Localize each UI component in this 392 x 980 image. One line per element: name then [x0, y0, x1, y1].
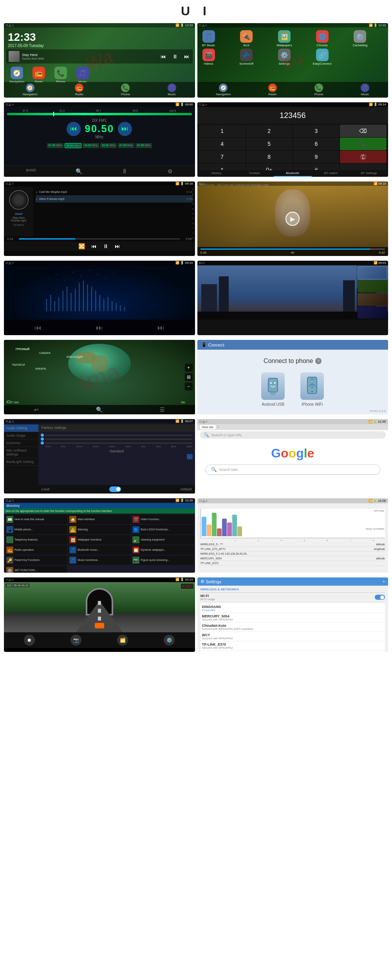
wifi-network-2[interactable]: TP-LINK_E70_APT1 longitude	[201, 547, 385, 552]
wifi-net-6[interactable]: TP-LINK_A31730	[202, 651, 384, 652]
map-back-icon[interactable]: ↩	[34, 407, 39, 413]
wall-thumb-2[interactable]	[358, 280, 387, 293]
play-pause-icon[interactable]: ⏸	[103, 243, 108, 249]
video-seek-bar[interactable]	[201, 249, 385, 250]
radio-bottom[interactable]: 📻 Radio	[75, 83, 83, 96]
key-9[interactable]: 9	[293, 151, 340, 163]
music-bottom-apps[interactable]: 🎵 Music	[361, 83, 369, 96]
dir-item-bootlogo[interactable]: 🔵 Boot LOGO functional...	[131, 525, 193, 534]
station-preset-2[interactable]: 90.50 MHz	[65, 143, 82, 148]
dir-item-radio-op[interactable]: 📻 Radio operation	[5, 545, 67, 555]
eq-track-1[interactable]	[45, 435, 193, 436]
help-icon[interactable]: ?	[315, 358, 322, 364]
menu-common[interactable]: Common	[4, 439, 38, 447]
app-item-phone[interactable]: 📞 Phone	[51, 67, 70, 83]
wall-thumb-1[interactable]	[358, 266, 387, 279]
android-usb-option[interactable]: Android USB	[261, 372, 285, 407]
radio-eq-icon[interactable]: 🎚	[122, 168, 128, 174]
key-hangup[interactable]: 📵	[340, 151, 387, 163]
phone-bottom-apps[interactable]: 📞 Phone	[314, 83, 323, 96]
next-track-icon[interactable]: ⏭	[115, 243, 120, 249]
station-preset-4[interactable]: 90.50 MHz	[100, 143, 117, 148]
key-backspace[interactable]: ⌫	[340, 125, 387, 137]
track-1[interactable]: ♪ Call Me Maybe.mp3 3:13	[36, 189, 193, 196]
dir-item-wallpaper-func[interactable]: 🖼️ Wallpaper functions	[68, 535, 130, 544]
music-bottom[interactable]: 🎵 Music	[168, 83, 176, 96]
next-station-btn[interactable]: ⏭	[118, 122, 132, 136]
key-3[interactable]: 3	[293, 125, 340, 137]
wifi-net-4[interactable]: WCY Secured with WPA/WPA2	[202, 632, 384, 641]
zoom-in-btn[interactable]: +	[185, 364, 193, 372]
iphone-wifi-option[interactable]: iPhone WiFi	[300, 372, 324, 407]
key-5[interactable]: 5	[246, 138, 293, 150]
default-btn[interactable]: Default	[181, 487, 192, 491]
key-1[interactable]: 1	[199, 125, 246, 137]
nav-bottom[interactable]: 🧭 Navigation	[23, 83, 38, 96]
station-preset-3[interactable]: 94.50 MHz	[83, 143, 99, 148]
dir-item-bt-music[interactable]: 🎵 Bluetooth music...	[68, 545, 130, 555]
wifi-main-item[interactable]: Wi-Fi Wi-Fi usage	[201, 593, 385, 602]
shuffle-icon[interactable]: 🔀	[78, 243, 85, 249]
wifi-network-4[interactable]: MERCURY_5054 altitude	[201, 556, 385, 561]
music-progress-bar[interactable]	[19, 238, 180, 240]
radio-bottom-apps[interactable]: 📻 Radio	[268, 83, 277, 96]
loud-toggle[interactable]	[109, 486, 121, 492]
phone-bottom[interactable]: 📞 Phone	[121, 83, 130, 96]
dir-item-telephony[interactable]: 📞 Telephony features	[5, 535, 67, 544]
google-search-bar[interactable]: 🔍 Search tabs	[205, 465, 381, 475]
station-preset-6[interactable]: 87.58 MHz	[135, 143, 152, 148]
key-7[interactable]: 7	[199, 151, 246, 163]
wifi-net-3[interactable]: ChinaNet-Kute Secured with WPA/WPA2 (WPS…	[202, 622, 384, 632]
dash-settings-btn[interactable]: ⚙️	[164, 635, 175, 646]
app-item[interactable]: 🧭 Navigation	[7, 67, 27, 83]
dir-item-warning[interactable]: ⚠️ Warning	[68, 525, 130, 534]
app-carsetting[interactable]: ⚙️ CarSetting	[350, 30, 370, 47]
map-search-icon[interactable]: 🔍	[96, 407, 103, 413]
zoom-grid-btn[interactable]: ⊞	[185, 373, 193, 381]
wifi-network-1[interactable]: WIRELESS_5...*** latitude	[201, 542, 385, 547]
dir-item-video[interactable]: 🎬 Video Function...	[131, 515, 193, 524]
app-aux[interactable]: 🔌 AUX	[237, 30, 256, 47]
pause-icon[interactable]: ⏸	[172, 53, 178, 60]
menu-nav-software[interactable]: Nav software settings	[4, 447, 38, 458]
dir-item-panel-key[interactable]: 🔑 Panel Key Functions	[5, 555, 67, 565]
menu-audio-stage[interactable]: Audio Stage	[4, 432, 38, 439]
viz-skip-back-icon[interactable]: ⏮	[34, 324, 42, 332]
prev-station-btn[interactable]: ⏮	[67, 122, 81, 136]
key-6[interactable]: 6	[293, 138, 340, 150]
app-btmusic[interactable]: 🎵 BT Music	[199, 30, 219, 47]
app-easyconnect[interactable]: 🔗 EasyConnect	[313, 49, 332, 65]
app-videos[interactable]: 🎬 Videos	[199, 49, 219, 65]
dir-item-manual[interactable]: 📖 How to read this manual	[5, 515, 67, 524]
video-play-btn[interactable]: ▶	[285, 212, 300, 226]
prev-icon[interactable]: ⏮	[161, 53, 166, 60]
track-2[interactable]: ♪ Here Forever.mp3 3:59	[36, 196, 193, 203]
radio-search-icon[interactable]: 🔍	[76, 168, 82, 174]
next-icon[interactable]: ⏭	[184, 53, 190, 60]
tab-contact[interactable]: Contact	[235, 170, 274, 177]
eq-track-3[interactable]	[45, 443, 193, 444]
eq-arrow-btn[interactable]: ›	[187, 454, 193, 459]
prev-track-icon[interactable]: ⏮	[91, 243, 97, 249]
dash-record-btn[interactable]: ⏺	[24, 635, 35, 646]
tab-bluetooth[interactable]: Bluetooth	[274, 170, 312, 177]
wifi-net-2[interactable]: MERCURY_5054 Secured with WPA/WPA2	[202, 613, 384, 622]
browser-url-bar[interactable]: 🔍 Search or type URL	[200, 431, 386, 439]
dir-item-music-func[interactable]: 🎵 Music functional...	[68, 555, 130, 565]
app-screenoff[interactable]: 💤 ScreenOff	[237, 49, 256, 65]
app-settings[interactable]: ⚙️ Settings	[275, 49, 294, 65]
wifi-net-5[interactable]: TP-LINK_E370 Secured with WPA/WPA2	[202, 641, 384, 651]
dir-item-set-func[interactable]: ⚙️ SET FUNCTION...	[5, 566, 67, 573]
key-4[interactable]: 4	[199, 138, 246, 150]
key-call[interactable]: 📞	[340, 138, 387, 150]
wifi-toggle-switch[interactable]	[375, 595, 385, 600]
eq-track-2[interactable]	[45, 439, 193, 440]
dir-item-main[interactable]: 🏠 Main interface	[68, 515, 130, 524]
viz-play-icon[interactable]: ⏭	[96, 324, 103, 332]
dir-item-cleaning[interactable]: 🧹 cleaning equipment	[131, 535, 193, 544]
wall-thumb-4[interactable]	[358, 307, 387, 319]
radio-band-btn[interactable]: BAND	[26, 168, 36, 174]
dir-item-figure[interactable]: 📷 Figure quick browsing...	[131, 555, 193, 565]
wifi-network-5[interactable]: TP-LINK_E371	[201, 561, 385, 566]
tab-history[interactable]: History	[197, 170, 236, 177]
